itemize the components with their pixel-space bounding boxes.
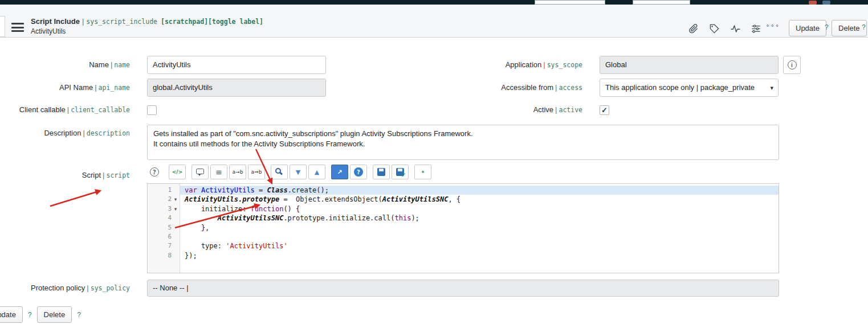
find-previous-icon[interactable]: ▲ xyxy=(308,165,325,179)
chevron-down-icon: ▾ xyxy=(770,79,773,96)
api-name-label: API Name|api_name xyxy=(0,79,130,97)
form-header: Script Include|sys_script_include[scratc… xyxy=(0,5,868,38)
gutter-line-2[interactable]: 2▾ xyxy=(148,195,180,204)
hamburger-bar xyxy=(11,23,24,24)
editor-help-icon[interactable]: ? xyxy=(146,165,163,179)
code-line-1[interactable]: var ActivityUtils = Class.create(); xyxy=(180,186,779,195)
form-footer: Update ? Delete ? xyxy=(0,306,81,323)
more-options-button[interactable]: ∘∘∘ xyxy=(766,22,780,28)
title-annotations: [scratchpad][toggle label] xyxy=(161,18,263,26)
script-toolbar: ?</>≡a→ba⇒b▼▲↗?✶ xyxy=(146,165,437,179)
code-line-5[interactable]: }, xyxy=(180,223,779,232)
gutter-line-5[interactable]: 5 xyxy=(148,223,180,232)
paperclip-glyph xyxy=(688,23,699,34)
fold-icon[interactable]: ▾ xyxy=(172,195,180,204)
find-next-icon[interactable]: ▼ xyxy=(290,165,307,179)
name-label: Name|name xyxy=(0,56,130,74)
application-label: Application|sys_scope xyxy=(399,56,582,74)
nav-edge-tab[interactable] xyxy=(0,16,5,37)
footer-delete-help-link[interactable]: ? xyxy=(77,311,81,319)
code-line-4[interactable]: ActivityUtilsSNC.prototype.initialize.ca… xyxy=(180,214,779,223)
footer-update-help-link[interactable]: ? xyxy=(28,311,32,319)
annotation-arrows xyxy=(0,0,868,324)
save-icon[interactable] xyxy=(373,165,390,179)
format-code-icon[interactable]: ≡ xyxy=(210,165,227,179)
application-input[interactable]: Global xyxy=(600,56,779,74)
update-button[interactable]: Update xyxy=(789,20,826,36)
toggle-comment-icon[interactable] xyxy=(191,165,209,179)
script-editor[interactable]: 12▾3▾45678 var ActivityUtils = Class.cre… xyxy=(147,183,779,273)
script-label: Script|script xyxy=(0,171,130,179)
client-callable-checkbox[interactable] xyxy=(147,105,157,115)
replace-all-icon[interactable]: a⇒b xyxy=(248,165,265,179)
description-label: Description|description xyxy=(0,129,130,137)
application-info-button[interactable]: i xyxy=(783,56,801,74)
top-banner xyxy=(0,0,868,5)
footer-delete-button[interactable]: Delete xyxy=(37,306,72,323)
hamburger-bar xyxy=(11,27,24,28)
record-type: Script Include xyxy=(31,17,80,26)
code-line-6[interactable] xyxy=(180,232,779,241)
help-circle-icon[interactable]: ? xyxy=(350,165,367,179)
code-line-7[interactable]: type: 'ActivityUtils' xyxy=(180,241,779,251)
banner-search-input[interactable] xyxy=(535,0,605,5)
form-context-menu-icon[interactable] xyxy=(11,23,24,32)
accessible-from-label: Accessible from|access xyxy=(399,79,582,97)
record-title: Script Include|sys_script_include[scratc… xyxy=(31,17,263,35)
gutter-line-6[interactable]: 6 xyxy=(148,232,180,241)
description-textarea[interactable]: Gets installed as part of "com.snc.activ… xyxy=(147,125,779,160)
title-separator: | xyxy=(82,17,84,26)
banner-icon[interactable] xyxy=(822,1,830,5)
gutter-line-4[interactable]: 4 xyxy=(148,214,180,223)
hamburger-bar xyxy=(11,30,24,32)
script-syntax-icon[interactable]: </> xyxy=(169,165,186,179)
search-icon[interactable] xyxy=(271,165,288,179)
code-line-3[interactable]: initialize: function() { xyxy=(180,204,779,214)
personalize-sliders-icon[interactable] xyxy=(748,21,763,36)
editor-gutter[interactable]: 12▾3▾45678 xyxy=(148,184,180,273)
api-name-input[interactable]: global.ActivityUtils xyxy=(147,79,326,97)
activity-stream-icon[interactable] xyxy=(728,21,743,36)
debug-icon[interactable]: ✶ xyxy=(414,165,431,179)
fold-icon[interactable]: ▾ xyxy=(172,204,180,214)
gutter-line-7[interactable]: 7 xyxy=(148,241,180,251)
attachment-icon[interactable] xyxy=(686,21,700,36)
active-label: Active|active xyxy=(399,102,582,117)
gutter-line-8[interactable]: 8 xyxy=(148,251,180,260)
replace-icon[interactable]: a→b xyxy=(229,165,246,179)
gutter-line-1[interactable]: 1 xyxy=(148,186,180,195)
active-checkbox[interactable]: ✓ xyxy=(600,105,609,115)
footer-update-button[interactable]: Update xyxy=(0,306,23,323)
tag-icon[interactable] xyxy=(707,21,722,36)
protection-policy-label: Protection policy|sys_policy xyxy=(0,280,130,297)
protection-policy-input[interactable]: -- None -- | xyxy=(147,280,779,297)
update-help-link[interactable]: ? xyxy=(825,23,829,31)
accessible-from-select[interactable]: This application scope only | package_pr… xyxy=(600,79,779,97)
save-check-icon[interactable] xyxy=(392,165,409,179)
delete-help-link[interactable]: ? xyxy=(862,23,866,31)
code-line-8[interactable]: }); xyxy=(180,251,779,260)
banner-filter-input[interactable] xyxy=(633,0,690,5)
client-callable-label: Client callable|client_callable xyxy=(0,102,130,117)
info-icon: i xyxy=(788,60,797,69)
name-input[interactable]: ActivityUtils xyxy=(147,56,326,74)
page: Script Include|sys_script_include[scratc… xyxy=(0,0,868,324)
record-name: ActivityUtils xyxy=(31,27,263,35)
annotation-arrow-script-label xyxy=(50,191,100,206)
editor-code[interactable]: var ActivityUtils = Class.create();Activ… xyxy=(180,184,779,273)
banner-icon[interactable] xyxy=(809,1,817,5)
accessible-from-value: This application scope only | package_pr… xyxy=(605,83,755,92)
open-new-window-icon[interactable]: ↗ xyxy=(331,165,348,179)
gutter-line-3[interactable]: 3▾ xyxy=(148,204,180,214)
code-line-2[interactable]: ActivityUtils.prototype = Object.extends… xyxy=(180,195,779,204)
table-name: sys_script_include xyxy=(86,18,157,26)
